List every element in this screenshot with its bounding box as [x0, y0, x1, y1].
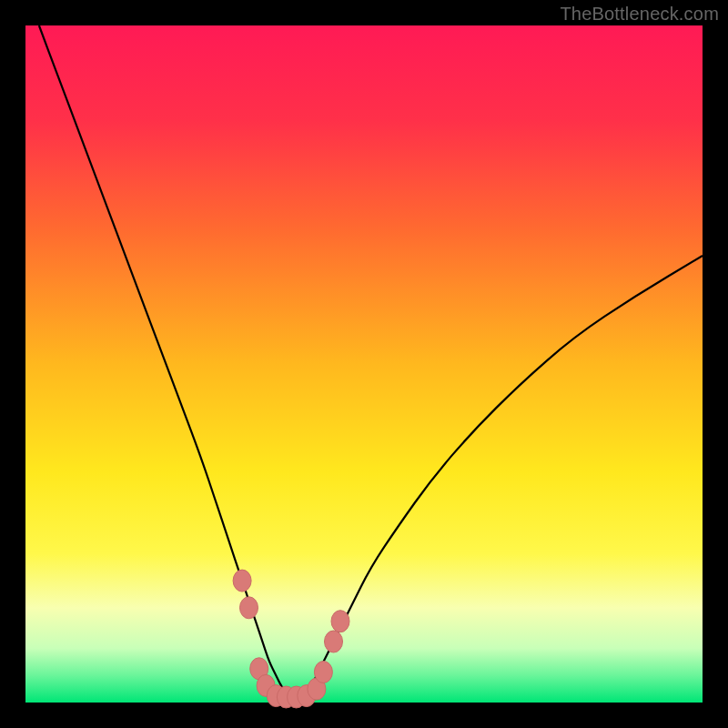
chart-svg [25, 25, 703, 703]
marker-layer [233, 570, 349, 708]
data-marker [240, 597, 258, 619]
chart-frame: TheBottleneck.com [0, 0, 728, 728]
data-marker [325, 631, 343, 652]
watermark-text: TheBottleneck.com [560, 4, 719, 25]
data-marker [314, 662, 332, 683]
data-marker [331, 611, 349, 632]
bottleneck-curve [39, 25, 703, 696]
data-marker [233, 570, 251, 592]
plot-area [25, 25, 703, 703]
